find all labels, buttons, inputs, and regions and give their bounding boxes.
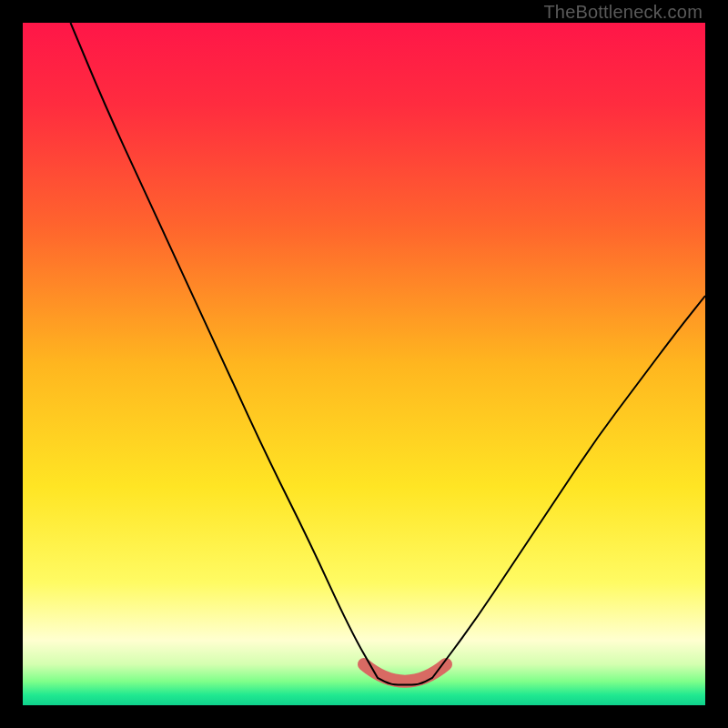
chart-frame: TheBottleneck.com — [0, 0, 728, 728]
plot-area — [23, 23, 705, 705]
bottleneck-curve — [23, 23, 705, 705]
watermark-text: TheBottleneck.com — [543, 2, 703, 23]
v-curve-line — [71, 23, 706, 685]
trough-highlight — [364, 664, 446, 682]
